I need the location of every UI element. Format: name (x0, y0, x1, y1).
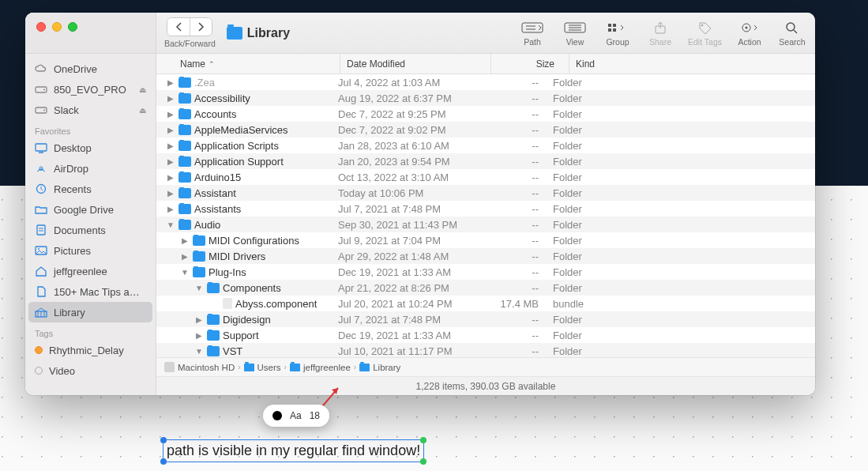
file-name: .Zea (194, 77, 215, 89)
file-name: Abyss.component (235, 298, 317, 310)
annotation-text-box[interactable]: path is visible in my regular find windo… (163, 439, 424, 462)
file-kind: Folder (553, 345, 624, 357)
file-row[interactable]: ▶ Arduino15 Oct 13, 2022 at 3:10 AM -- F… (156, 169, 815, 185)
disclosure-arrow[interactable]: ▶ (166, 173, 175, 182)
path-segment[interactable]: jeffgreenlee (290, 363, 351, 372)
disclosure-arrow[interactable]: ▼ (180, 268, 190, 277)
col-size-header[interactable]: Size (498, 58, 569, 70)
file-row[interactable]: ▶ AppleMediaServices Dec 7, 2022 at 9:02… (156, 122, 815, 138)
toolbar-view[interactable]: View (560, 19, 590, 47)
sidebar-item-airdrop[interactable]: AirDrop (28, 158, 152, 179)
sidebar-tag-rhythmic_delay[interactable]: Rhythmic_Delay (28, 340, 152, 360)
sidebar-item-recents[interactable]: Recents (28, 179, 152, 199)
disclosure-arrow[interactable]: ▼ (166, 220, 175, 229)
sidebar-item-pictures[interactable]: Pictures (28, 240, 152, 261)
file-row[interactable]: ▼ Plug-Ins Dec 19, 2021 at 1:33 AM -- Fo… (156, 264, 815, 280)
file-row[interactable]: ▼ Components Apr 21, 2022 at 8:26 PM -- … (156, 280, 815, 296)
resize-handle[interactable] (160, 458, 167, 465)
col-name-header[interactable]: Name ⌃ (180, 58, 340, 70)
forward-button[interactable] (190, 18, 212, 36)
path-bar[interactable]: Macintosh HD›Users›jeffgreenlee›Library (156, 357, 815, 376)
file-row[interactable]: ▶ Assistant Today at 10:06 PM -- Folder (156, 185, 815, 201)
resize-handle[interactable] (160, 437, 167, 443)
disclosure-arrow[interactable]: ▼ (194, 284, 204, 292)
file-row[interactable]: ▶ Accounts Dec 7, 2022 at 9:25 PM -- Fol… (156, 106, 815, 122)
file-kind: Folder (553, 266, 624, 278)
folder-icon (193, 267, 205, 277)
folder-icon (290, 364, 300, 371)
sidebar-item-documents[interactable]: Documents (28, 220, 152, 240)
disclosure-arrow[interactable]: ▶ (166, 205, 175, 213)
file-row[interactable]: ▶ Digidesign Jul 7, 2021 at 7:48 PM -- F… (156, 311, 815, 327)
toolbar: Back/Forward Library PathViewGroupShareE… (156, 13, 815, 53)
disclosure-arrow[interactable]: ▶ (180, 252, 190, 261)
disclosure-arrow[interactable]: ▶ (194, 315, 204, 324)
toolbar-tags[interactable]: Edit Tags (688, 19, 722, 47)
folder-icon (178, 141, 191, 151)
file-row[interactable]: ▶ Support Dec 19, 2021 at 1:33 AM -- Fol… (156, 327, 815, 343)
svg-point-18 (43, 89, 45, 91)
annotation-toolbar[interactable]: Aa 18 (263, 405, 329, 427)
toolbar-share[interactable]: Share (645, 19, 675, 47)
disclosure-arrow[interactable]: ▶ (166, 189, 175, 198)
sidebar-item-library[interactable]: Library (28, 302, 152, 322)
file-row[interactable]: ▶ .Zea Jul 4, 2022 at 1:03 AM -- Folder (156, 74, 815, 90)
home-icon (35, 266, 47, 277)
disclosure-arrow[interactable]: ▶ (180, 236, 190, 245)
file-row[interactable]: ▶ Accessibility Aug 19, 2022 at 6:37 PM … (156, 90, 815, 106)
drive-icon (35, 105, 47, 115)
zoom-window-button[interactable] (68, 22, 77, 32)
file-date: Jul 20, 2021 at 10:24 PM (338, 298, 482, 310)
font-size-control[interactable]: 18 (310, 410, 320, 421)
eject-icon[interactable]: ⏏ (139, 106, 146, 115)
file-row[interactable]: ▶ MIDI Drivers Apr 29, 2022 at 1:48 AM -… (156, 248, 815, 264)
sidebar-item-850-evo-pro[interactable]: 850_EVO_PRO⏏ (28, 79, 152, 100)
svg-rect-7 (608, 24, 611, 27)
sidebar-item-150-mac-tips-a-[interactable]: 150+ Mac Tips a… (28, 281, 152, 302)
file-size: -- (482, 235, 553, 247)
sidebar-item-slack[interactable]: Slack⏏ (28, 100, 152, 120)
color-swatch-icon[interactable] (272, 411, 282, 420)
disclosure-arrow[interactable]: ▼ (194, 347, 204, 356)
file-name: Components (223, 282, 281, 294)
sidebar-item-label: Google Drive (54, 204, 114, 216)
disclosure-arrow[interactable]: ▶ (166, 78, 175, 87)
chevron-right-icon: › (238, 363, 240, 371)
file-row[interactable]: ▼ Audio Sep 30, 2021 at 11:43 PM -- Fold… (156, 217, 815, 232)
toolbar-search[interactable]: Search (777, 19, 807, 47)
disclosure-arrow[interactable]: ▶ (166, 110, 175, 119)
sidebar-item-onedrive[interactable]: OneDrive (28, 58, 152, 79)
disclosure-arrow[interactable]: ▶ (166, 157, 175, 166)
sidebar-item-desktop[interactable]: Desktop (28, 138, 152, 158)
file-row[interactable]: ▶ MIDI Configurations Jul 9, 2021 at 7:0… (156, 232, 815, 248)
toolbar-path[interactable]: Path (517, 19, 547, 47)
file-row[interactable]: Abyss.component Jul 20, 2021 at 10:24 PM… (156, 296, 815, 311)
path-segment[interactable]: Macintosh HD (164, 362, 235, 372)
font-style-control[interactable]: Aa (290, 410, 302, 421)
file-row[interactable]: ▼ VST Jul 10, 2021 at 11:17 PM -- Folder (156, 343, 815, 357)
file-row[interactable]: ▶ Application Scripts Jan 28, 2023 at 6:… (156, 138, 815, 153)
close-window-button[interactable] (36, 22, 46, 32)
file-size: -- (482, 282, 553, 294)
path-segment[interactable]: Library (359, 363, 400, 372)
toolbar-action[interactable]: Action (735, 19, 765, 47)
disclosure-arrow[interactable]: ▶ (166, 94, 175, 103)
eject-icon[interactable]: ⏏ (139, 85, 146, 94)
sidebar-item-google-drive[interactable]: Google Drive (28, 199, 152, 220)
file-name: Accessibility (194, 92, 250, 104)
file-row[interactable]: ▶ Application Support Jan 20, 2023 at 9:… (156, 153, 815, 169)
col-date-header[interactable]: Date Modified (347, 58, 490, 70)
back-button[interactable] (167, 18, 190, 36)
tag-dot-icon (35, 346, 43, 354)
toolbar-group[interactable]: Group (603, 19, 633, 47)
file-row[interactable]: ▶ Assistants Jul 7, 2021 at 7:48 PM -- F… (156, 201, 815, 217)
minimize-window-button[interactable] (52, 22, 62, 32)
sidebar-item-jeffgreenlee[interactable]: jeffgreenlee (28, 261, 152, 281)
path-segment[interactable]: Users (244, 363, 281, 372)
sidebar-tag-video[interactable]: Video (28, 360, 152, 381)
disclosure-arrow[interactable]: ▶ (194, 331, 204, 340)
file-list[interactable]: ▶ .Zea Jul 4, 2022 at 1:03 AM -- Folder … (156, 74, 815, 357)
col-kind-header[interactable]: Kind (576, 58, 647, 70)
disclosure-arrow[interactable]: ▶ (166, 126, 175, 134)
disclosure-arrow[interactable]: ▶ (166, 141, 175, 150)
